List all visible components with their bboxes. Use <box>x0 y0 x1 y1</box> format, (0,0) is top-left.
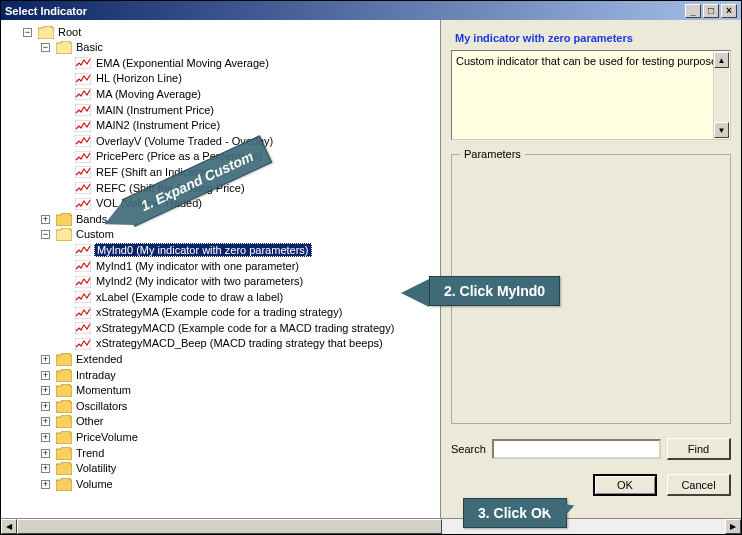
tree-node-folder[interactable]: Extended <box>74 353 124 365</box>
search-input[interactable] <box>492 439 661 459</box>
description-text: Custom indicator that can be used for te… <box>456 55 726 67</box>
tree-leaf[interactable]: REFC (Shift the Closing Price) <box>94 182 247 194</box>
tree-node-folder[interactable]: Volatility <box>74 462 118 474</box>
tree-leaf[interactable]: MAIN (Instrument Price) <box>94 104 216 116</box>
expander-icon[interactable] <box>41 417 50 426</box>
chart-icon <box>75 244 91 256</box>
folder-icon <box>56 400 72 413</box>
expander-icon[interactable] <box>41 386 50 395</box>
tree-leaf[interactable]: xStrategyMACD_Beep (MACD trading strateg… <box>94 337 385 349</box>
titlebar[interactable]: Select Indicator _ □ × <box>1 1 741 20</box>
expander-icon[interactable] <box>41 402 50 411</box>
indicator-heading: My indicator with zero parameters <box>455 32 731 44</box>
svg-rect-7 <box>75 166 91 178</box>
folder-icon <box>56 353 72 366</box>
tree-node-folder[interactable]: Intraday <box>74 369 118 381</box>
svg-rect-13 <box>75 291 91 303</box>
svg-rect-4 <box>75 120 91 132</box>
expander-icon[interactable] <box>41 464 50 473</box>
chart-icon <box>75 322 91 334</box>
expander-icon[interactable] <box>41 433 50 442</box>
folder-icon <box>56 369 72 382</box>
folder-icon <box>56 384 72 397</box>
tree-leaf[interactable]: VOL (Volume Traded) <box>94 197 204 209</box>
expander-icon[interactable] <box>41 480 50 489</box>
svg-rect-16 <box>75 338 91 350</box>
tree-leaf[interactable]: REF (Shift an Indicator) <box>94 166 213 178</box>
expander-icon[interactable] <box>23 28 32 37</box>
chart-icon <box>75 260 91 272</box>
svg-rect-8 <box>75 182 91 194</box>
chart-icon <box>75 182 91 194</box>
tree-leaf[interactable]: OverlayV (Volume Traded - Overlay) <box>94 135 275 147</box>
chart-icon <box>75 57 91 69</box>
ok-button[interactable]: OK <box>593 474 657 496</box>
chart-icon <box>75 135 91 147</box>
expander-icon[interactable] <box>41 43 50 52</box>
tree-node-basic[interactable]: Basic <box>74 41 105 53</box>
folder-icon <box>56 462 72 475</box>
tree-node-folder[interactable]: Other <box>74 415 106 427</box>
tree-node-custom[interactable]: Custom <box>74 228 116 240</box>
expander-icon[interactable] <box>41 355 50 364</box>
scroll-left-icon[interactable]: ◀ <box>1 519 17 534</box>
tree-leaf[interactable]: xStrategyMACD (Example code for a MACD t… <box>94 322 396 334</box>
tree-leaf[interactable]: xLabel (Example code to draw a label) <box>94 291 285 303</box>
chart-icon <box>75 307 91 319</box>
details-panel: My indicator with zero parameters Custom… <box>441 20 741 518</box>
window-title: Select Indicator <box>5 5 87 17</box>
tree-leaf[interactable]: xStrategyMA (Example code for a trading … <box>94 306 344 318</box>
folder-icon <box>56 41 72 54</box>
search-label: Search <box>451 443 486 455</box>
tree-leaf[interactable]: MyInd0 (My indicator with zero parameter… <box>94 243 312 257</box>
horizontal-scrollbar[interactable]: ◀ ▶ <box>1 518 741 534</box>
tree-leaf[interactable]: PricePerc (Price as a Percentage) <box>94 150 264 162</box>
tree-leaf[interactable]: MA (Moving Average) <box>94 88 203 100</box>
expander-icon[interactable] <box>41 371 50 380</box>
folder-icon <box>56 431 72 444</box>
svg-rect-11 <box>75 260 91 272</box>
expander-icon[interactable] <box>41 215 50 224</box>
chart-icon <box>75 338 91 350</box>
chart-icon <box>75 73 91 85</box>
parameters-fieldset: Parameters <box>451 154 731 424</box>
svg-rect-5 <box>75 135 91 147</box>
tree-node-root[interactable]: Root <box>56 26 83 38</box>
tree-leaf[interactable]: EMA (Exponential Moving Average) <box>94 57 271 69</box>
description-scrollbar[interactable]: ▲ ▼ <box>713 52 729 138</box>
tree-leaf[interactable]: MyInd2 (My indicator with two parameters… <box>94 275 305 287</box>
folder-icon <box>38 26 54 39</box>
svg-rect-10 <box>75 244 91 256</box>
svg-rect-3 <box>75 104 91 116</box>
scroll-down-icon[interactable]: ▼ <box>714 122 729 138</box>
tree-node-folder[interactable]: Oscillators <box>74 400 129 412</box>
cancel-button[interactable]: Cancel <box>667 474 731 496</box>
folder-icon <box>56 213 72 226</box>
tree-node-folder[interactable]: Volume <box>74 478 115 490</box>
tree-leaf[interactable]: HL (Horizon Line) <box>94 72 184 84</box>
scroll-right-icon[interactable]: ▶ <box>725 519 741 534</box>
chart-icon <box>75 276 91 288</box>
find-button[interactable]: Find <box>667 438 731 460</box>
maximize-button[interactable]: □ <box>703 4 719 18</box>
tree-leaf[interactable]: MAIN2 (Instrument Price) <box>94 119 222 131</box>
folder-icon <box>56 447 72 460</box>
tree-node-folder[interactable]: PriceVolume <box>74 431 140 443</box>
tree-node-bands[interactable]: Bands <box>74 213 109 225</box>
expander-icon[interactable] <box>41 230 50 239</box>
tree-leaf[interactable]: MyInd1 (My indicator with one parameter) <box>94 260 301 272</box>
svg-rect-0 <box>75 57 91 69</box>
close-button[interactable]: × <box>721 4 737 18</box>
chart-icon <box>75 104 91 116</box>
scrollbar-thumb[interactable] <box>17 519 442 534</box>
scrollbar-track[interactable] <box>17 519 725 534</box>
chart-icon <box>75 291 91 303</box>
tree-node-folder[interactable]: Momentum <box>74 384 133 396</box>
svg-rect-12 <box>75 276 91 288</box>
chart-icon <box>75 151 91 163</box>
svg-rect-14 <box>75 307 91 319</box>
minimize-button[interactable]: _ <box>685 4 701 18</box>
tree-node-folder[interactable]: Trend <box>74 447 106 459</box>
expander-icon[interactable] <box>41 449 50 458</box>
scroll-up-icon[interactable]: ▲ <box>714 52 729 68</box>
